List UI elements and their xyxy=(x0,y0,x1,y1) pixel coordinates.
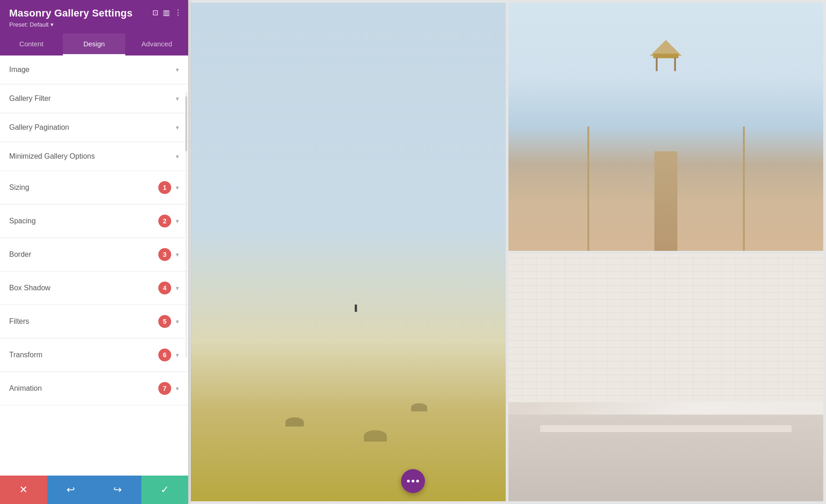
pillow xyxy=(540,425,792,432)
save-icon: ✓ xyxy=(161,484,169,496)
accordion-right-gallery-filter: ▾ xyxy=(176,95,179,102)
panel-title: Masonry Gallery Settings xyxy=(9,7,133,19)
scrollbar-track xyxy=(185,92,187,358)
cancel-button[interactable]: ✕ xyxy=(0,476,47,504)
plant-2 xyxy=(364,430,387,442)
accordion-right-spacing: 2 ▾ xyxy=(158,215,179,227)
undo-icon: ↩ xyxy=(67,484,75,496)
expand-icon[interactable]: ⊡ xyxy=(152,8,158,17)
scrollbar-thumb[interactable] xyxy=(185,96,187,151)
chevron-icon-minimized-gallery-options: ▾ xyxy=(176,153,179,160)
accordion-right-border: 3 ▾ xyxy=(158,248,179,261)
chevron-icon-image: ▾ xyxy=(176,66,179,73)
accordion-right-sizing: 1 ▾ xyxy=(158,181,179,194)
accordion-item-animation: Animation 7 ▾ xyxy=(0,372,188,405)
fab-dot-2 xyxy=(412,480,414,482)
accordion-label-border: Border xyxy=(9,250,31,259)
accordion-label-gallery-pagination: Gallery Pagination xyxy=(9,123,69,132)
accordion-right-transform: 6 ▾ xyxy=(158,349,179,361)
accordion-header-minimized-gallery-options[interactable]: Minimized Gallery Options ▾ xyxy=(0,142,188,171)
gallery-image-2[interactable] xyxy=(508,3,823,251)
accordion-item-gallery-filter: Gallery Filter ▾ xyxy=(0,84,188,113)
accordion-header-gallery-pagination[interactable]: Gallery Pagination ▾ xyxy=(0,113,188,142)
chevron-icon-gallery-pagination: ▾ xyxy=(176,124,179,131)
accordion-label-filters: Filters xyxy=(9,317,29,326)
brick-wall xyxy=(508,254,823,402)
tab-bar: Content Design Advanced xyxy=(0,33,188,55)
accordion-right-gallery-pagination: ▾ xyxy=(176,124,179,131)
chevron-icon-spacing: ▾ xyxy=(176,217,179,225)
accordion-header-border[interactable]: Border 3 ▾ xyxy=(0,238,188,271)
accordion-header-box-shadow[interactable]: Box Shadow 4 ▾ xyxy=(0,271,188,305)
badge-filters: 5 xyxy=(158,315,171,328)
tab-content[interactable]: Content xyxy=(0,33,63,55)
accordion-header-animation[interactable]: Animation 7 ▾ xyxy=(0,372,188,405)
accordion-label-animation: Animation xyxy=(9,384,42,393)
accordion-item-border: Border 3 ▾ xyxy=(0,238,188,271)
accordion-header-image[interactable]: Image ▾ xyxy=(0,55,188,84)
chevron-icon-sizing: ▾ xyxy=(176,184,179,191)
accordion-header-sizing[interactable]: Sizing 1 ▾ xyxy=(0,171,188,204)
plant-3 xyxy=(411,403,427,411)
post-right xyxy=(674,57,676,71)
panel-preset[interactable]: Preset: Default ▾ xyxy=(9,21,133,28)
railing-right xyxy=(743,127,745,250)
tab-advanced[interactable]: Advanced xyxy=(125,33,188,55)
accordion-item-filters: Filters 5 ▾ xyxy=(0,305,188,338)
sand-figure xyxy=(355,305,357,312)
tab-design[interactable]: Design xyxy=(63,33,126,55)
accordion-right-filters: 5 ▾ xyxy=(158,315,179,328)
floating-action-button[interactable] xyxy=(401,469,425,493)
gallery-image-1[interactable] xyxy=(191,3,506,501)
save-button[interactable]: ✓ xyxy=(141,476,189,504)
hut-structure xyxy=(652,40,680,63)
accordion-item-gallery-pagination: Gallery Pagination ▾ xyxy=(0,113,188,142)
accordion-item-minimized-gallery-options: Minimized Gallery Options ▾ xyxy=(0,142,188,171)
chevron-icon-filters: ▾ xyxy=(176,318,179,325)
accordion-label-image: Image xyxy=(9,66,29,74)
accordion-item-sizing: Sizing 1 ▾ xyxy=(0,171,188,205)
undo-button[interactable]: ↩ xyxy=(47,476,95,504)
accordion: Image ▾ Gallery Filter ▾ Gallery Paginat… xyxy=(0,55,188,476)
badge-spacing: 2 xyxy=(158,215,171,227)
cancel-icon: ✕ xyxy=(19,484,28,496)
chevron-icon-transform: ▾ xyxy=(176,351,179,359)
chevron-icon-gallery-filter: ▾ xyxy=(176,95,179,102)
badge-transform: 6 xyxy=(158,349,171,361)
badge-animation: 7 xyxy=(158,382,171,395)
accordion-right-animation: 7 ▾ xyxy=(158,382,179,395)
accordion-label-sizing: Sizing xyxy=(9,183,29,192)
chevron-icon-animation: ▾ xyxy=(176,385,179,392)
settings-panel: Masonry Gallery Settings Preset: Default… xyxy=(0,0,188,504)
redo-icon: ↪ xyxy=(113,484,122,496)
badge-box-shadow: 4 xyxy=(158,282,171,294)
badge-sizing: 1 xyxy=(158,181,171,194)
accordion-header-transform[interactable]: Transform 6 ▾ xyxy=(0,338,188,371)
badge-border: 3 xyxy=(158,248,171,261)
redo-button[interactable]: ↪ xyxy=(94,476,141,504)
accordion-label-gallery-filter: Gallery Filter xyxy=(9,94,51,103)
fab-dots xyxy=(407,480,419,482)
accordion-header-gallery-filter[interactable]: Gallery Filter ▾ xyxy=(0,84,188,113)
accordion-item-box-shadow: Box Shadow 4 ▾ xyxy=(0,271,188,305)
accordion-item-transform: Transform 6 ▾ xyxy=(0,338,188,372)
plant-1 xyxy=(285,417,304,426)
panel-header: Masonry Gallery Settings Preset: Default… xyxy=(0,0,188,33)
chevron-icon-border: ▾ xyxy=(176,251,179,258)
accordion-label-spacing: Spacing xyxy=(9,217,36,225)
post-left xyxy=(656,57,658,71)
gallery-image-3[interactable] xyxy=(508,254,823,502)
gallery-preview xyxy=(188,0,826,504)
more-icon[interactable]: ⋮ xyxy=(174,8,182,17)
railing-left xyxy=(587,127,589,250)
accordion-label-box-shadow: Box Shadow xyxy=(9,284,50,292)
fab-dot-3 xyxy=(416,480,419,482)
accordion-item-image: Image ▾ xyxy=(0,55,188,84)
gallery-grid xyxy=(188,0,826,504)
panel-footer: ✕ ↩ ↪ ✓ xyxy=(0,476,188,504)
accordion-header-filters[interactable]: Filters 5 ▾ xyxy=(0,305,188,338)
accordion-right-image: ▾ xyxy=(176,66,179,73)
accordion-item-spacing: Spacing 2 ▾ xyxy=(0,205,188,238)
columns-icon[interactable]: ▥ xyxy=(163,8,170,17)
accordion-header-spacing[interactable]: Spacing 2 ▾ xyxy=(0,205,188,238)
